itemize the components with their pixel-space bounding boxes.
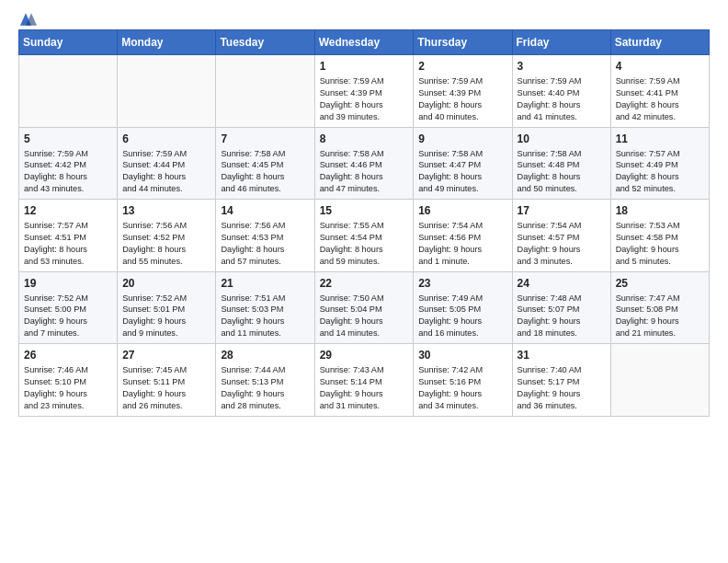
cell-content: Sunrise: 7:53 AM Sunset: 4:58 PM Dayligh…	[616, 220, 704, 268]
week-row-2: 5Sunrise: 7:59 AM Sunset: 4:42 PM Daylig…	[19, 127, 710, 200]
day-number: 23	[418, 277, 506, 290]
cell-content: Sunrise: 7:48 AM Sunset: 5:07 PM Dayligh…	[518, 293, 606, 340]
cell-content: Sunrise: 7:59 AM Sunset: 4:42 PM Dayligh…	[24, 148, 112, 196]
cell-content: Sunrise: 7:59 AM Sunset: 4:44 PM Dayligh…	[122, 148, 210, 196]
cell-content: Sunrise: 7:44 AM Sunset: 5:13 PM Dayligh…	[221, 364, 309, 412]
calendar-cell: 8Sunrise: 7:58 AM Sunset: 4:46 PM Daylig…	[314, 127, 414, 200]
weekday-header-monday: Monday	[118, 30, 216, 55]
calendar-cell: 23Sunrise: 7:49 AM Sunset: 5:05 PM Dayli…	[414, 271, 512, 344]
calendar-cell: 14Sunrise: 7:56 AM Sunset: 4:53 PM Dayli…	[216, 200, 314, 272]
calendar-cell: 17Sunrise: 7:54 AM Sunset: 4:57 PM Dayli…	[512, 200, 610, 272]
calendar-cell: 11Sunrise: 7:57 AM Sunset: 4:49 PM Dayli…	[610, 127, 709, 200]
day-number: 22	[320, 277, 409, 290]
calendar-cell	[118, 55, 216, 128]
weekday-header-row: SundayMondayTuesdayWednesdayThursdayFrid…	[19, 30, 710, 55]
calendar-cell: 12Sunrise: 7:57 AM Sunset: 4:51 PM Dayli…	[19, 200, 118, 272]
cell-content: Sunrise: 7:51 AM Sunset: 5:03 PM Dayligh…	[221, 293, 309, 340]
cell-content: Sunrise: 7:58 AM Sunset: 4:46 PM Dayligh…	[320, 148, 409, 196]
day-number: 25	[616, 277, 704, 290]
cell-content: Sunrise: 7:47 AM Sunset: 5:08 PM Dayligh…	[616, 293, 704, 340]
calendar-cell: 25Sunrise: 7:47 AM Sunset: 5:08 PM Dayli…	[610, 271, 709, 344]
week-row-4: 19Sunrise: 7:52 AM Sunset: 5:00 PM Dayli…	[19, 271, 710, 344]
calendar-cell	[19, 55, 118, 128]
day-number: 20	[122, 277, 210, 290]
cell-content: Sunrise: 7:54 AM Sunset: 4:57 PM Dayligh…	[518, 220, 606, 268]
cell-content: Sunrise: 7:56 AM Sunset: 4:52 PM Dayligh…	[122, 220, 210, 268]
calendar-cell: 3Sunrise: 7:59 AM Sunset: 4:40 PM Daylig…	[512, 55, 610, 128]
calendar-cell: 1Sunrise: 7:59 AM Sunset: 4:39 PM Daylig…	[314, 55, 414, 128]
day-number: 6	[122, 132, 210, 145]
calendar-cell: 19Sunrise: 7:52 AM Sunset: 5:00 PM Dayli…	[19, 271, 118, 344]
calendar-cell: 20Sunrise: 7:52 AM Sunset: 5:01 PM Dayli…	[118, 271, 216, 344]
day-number: 10	[518, 132, 606, 145]
day-number: 12	[24, 204, 112, 217]
cell-content: Sunrise: 7:52 AM Sunset: 5:01 PM Dayligh…	[122, 293, 210, 340]
cell-content: Sunrise: 7:58 AM Sunset: 4:48 PM Dayligh…	[518, 148, 606, 196]
calendar-cell: 2Sunrise: 7:59 AM Sunset: 4:39 PM Daylig…	[414, 55, 512, 128]
logo-text	[18, 17, 37, 28]
calendar-cell	[610, 344, 709, 417]
day-number: 19	[24, 277, 112, 290]
weekday-header-tuesday: Tuesday	[216, 30, 314, 55]
calendar-cell: 9Sunrise: 7:58 AM Sunset: 4:47 PM Daylig…	[414, 127, 512, 200]
day-number: 26	[24, 349, 112, 362]
calendar-cell: 15Sunrise: 7:55 AM Sunset: 4:54 PM Dayli…	[314, 200, 414, 272]
day-number: 2	[418, 60, 506, 73]
weekday-header-friday: Friday	[512, 30, 610, 55]
day-number: 29	[320, 349, 409, 362]
logo-icon	[20, 11, 37, 28]
calendar-cell: 18Sunrise: 7:53 AM Sunset: 4:58 PM Dayli…	[610, 200, 709, 272]
day-number: 31	[518, 349, 606, 362]
day-number: 13	[122, 204, 210, 217]
logo	[18, 17, 37, 22]
day-number: 28	[221, 349, 309, 362]
calendar-cell: 30Sunrise: 7:42 AM Sunset: 5:16 PM Dayli…	[414, 344, 512, 417]
calendar-cell: 21Sunrise: 7:51 AM Sunset: 5:03 PM Dayli…	[216, 271, 314, 344]
cell-content: Sunrise: 7:59 AM Sunset: 4:39 PM Dayligh…	[320, 75, 409, 123]
cell-content: Sunrise: 7:58 AM Sunset: 4:47 PM Dayligh…	[418, 148, 506, 196]
calendar-cell: 4Sunrise: 7:59 AM Sunset: 4:41 PM Daylig…	[610, 55, 709, 128]
day-number: 18	[616, 204, 704, 217]
cell-content: Sunrise: 7:56 AM Sunset: 4:53 PM Dayligh…	[221, 220, 309, 268]
day-number: 27	[122, 349, 210, 362]
day-number: 5	[24, 132, 112, 145]
calendar-cell: 13Sunrise: 7:56 AM Sunset: 4:52 PM Dayli…	[118, 200, 216, 272]
weekday-header-saturday: Saturday	[610, 30, 709, 55]
calendar-cell	[216, 55, 314, 128]
cell-content: Sunrise: 7:59 AM Sunset: 4:39 PM Dayligh…	[418, 75, 506, 123]
calendar-table: SundayMondayTuesdayWednesdayThursdayFrid…	[18, 29, 710, 417]
day-number: 14	[221, 204, 309, 217]
calendar-cell: 28Sunrise: 7:44 AM Sunset: 5:13 PM Dayli…	[216, 344, 314, 417]
weekday-header-sunday: Sunday	[19, 30, 118, 55]
day-number: 9	[418, 132, 506, 145]
cell-content: Sunrise: 7:40 AM Sunset: 5:17 PM Dayligh…	[518, 364, 606, 412]
cell-content: Sunrise: 7:50 AM Sunset: 5:04 PM Dayligh…	[320, 293, 409, 340]
cell-content: Sunrise: 7:46 AM Sunset: 5:10 PM Dayligh…	[24, 364, 112, 412]
week-row-3: 12Sunrise: 7:57 AM Sunset: 4:51 PM Dayli…	[19, 200, 710, 272]
day-number: 1	[320, 60, 409, 73]
page-header	[18, 17, 710, 22]
day-number: 4	[616, 60, 704, 73]
calendar-cell: 5Sunrise: 7:59 AM Sunset: 4:42 PM Daylig…	[19, 127, 118, 200]
cell-content: Sunrise: 7:55 AM Sunset: 4:54 PM Dayligh…	[320, 220, 409, 268]
day-number: 3	[518, 60, 606, 73]
cell-content: Sunrise: 7:59 AM Sunset: 4:41 PM Dayligh…	[616, 75, 704, 123]
cell-content: Sunrise: 7:58 AM Sunset: 4:45 PM Dayligh…	[221, 148, 309, 196]
cell-content: Sunrise: 7:49 AM Sunset: 5:05 PM Dayligh…	[418, 293, 506, 340]
day-number: 8	[320, 132, 409, 145]
weekday-header-thursday: Thursday	[414, 30, 512, 55]
calendar-cell: 7Sunrise: 7:58 AM Sunset: 4:45 PM Daylig…	[216, 127, 314, 200]
calendar-cell: 29Sunrise: 7:43 AM Sunset: 5:14 PM Dayli…	[314, 344, 414, 417]
day-number: 15	[320, 204, 409, 217]
calendar-cell: 31Sunrise: 7:40 AM Sunset: 5:17 PM Dayli…	[512, 344, 610, 417]
calendar-cell: 27Sunrise: 7:45 AM Sunset: 5:11 PM Dayli…	[118, 344, 216, 417]
day-number: 30	[418, 349, 506, 362]
cell-content: Sunrise: 7:57 AM Sunset: 4:51 PM Dayligh…	[24, 220, 112, 268]
day-number: 7	[221, 132, 309, 145]
cell-content: Sunrise: 7:52 AM Sunset: 5:00 PM Dayligh…	[24, 293, 112, 340]
calendar-cell: 24Sunrise: 7:48 AM Sunset: 5:07 PM Dayli…	[512, 271, 610, 344]
calendar-cell: 26Sunrise: 7:46 AM Sunset: 5:10 PM Dayli…	[19, 344, 118, 417]
calendar-cell: 16Sunrise: 7:54 AM Sunset: 4:56 PM Dayli…	[414, 200, 512, 272]
page-container: SundayMondayTuesdayWednesdayThursdayFrid…	[0, 0, 728, 433]
cell-content: Sunrise: 7:54 AM Sunset: 4:56 PM Dayligh…	[418, 220, 506, 268]
